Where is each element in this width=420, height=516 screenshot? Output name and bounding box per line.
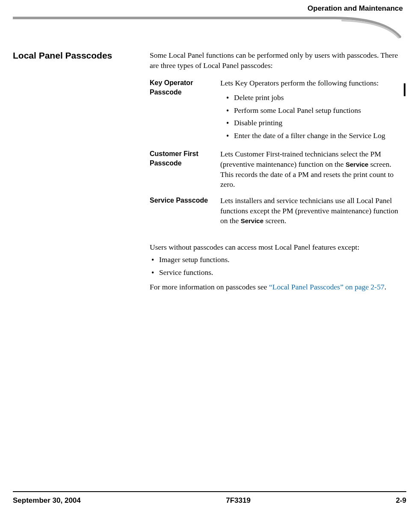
page-footer: September 30, 2004 7F3319 2-9 (13, 496, 406, 505)
more-info-paragraph: For more information on passcodes see “L… (150, 282, 403, 292)
more-info-after: . (385, 283, 386, 291)
definition-lead-text: Lets Key Operators perform the following… (220, 79, 379, 87)
section-heading: Local Panel Passcodes (13, 50, 137, 292)
definition-bullet-list: Delete print jobs Perform some Local Pan… (220, 93, 403, 141)
desc-bold-term: Service (241, 217, 263, 224)
footer-date: September 30, 2004 (13, 496, 81, 505)
except-intro: Users without passcodes can access most … (150, 242, 403, 253)
content-area: Local Panel Passcodes Some Local Panel f… (13, 50, 403, 292)
cross-reference-link[interactable]: “Local Panel Passcodes” on page 2-57 (269, 283, 385, 291)
intro-paragraph: Some Local Panel functions can be perfor… (150, 50, 403, 71)
definition-term: Key Operator Passcode (150, 78, 220, 149)
bullet-item: Disable printing (226, 118, 403, 128)
footer-rule (13, 491, 406, 492)
definition-term: Customer First Passcode (150, 149, 220, 196)
footer-doc-id: 7F3319 (226, 496, 251, 505)
bullet-item: Enter the date of a filter change in the… (226, 131, 403, 141)
definition-row: Key Operator Passcode Lets Key Operators… (150, 78, 403, 149)
header-swoosh-graphic (13, 16, 406, 42)
footer-page-number: 2-9 (396, 496, 406, 505)
change-bar-icon (404, 83, 405, 96)
bullet-item: Perform some Local Panel setup functions (226, 106, 403, 116)
bullet-item: Imager setup functions. (150, 255, 403, 265)
except-bullet-list: Imager setup functions. Service function… (150, 255, 403, 277)
more-info-before: For more information on passcodes see (150, 283, 269, 291)
definition-description: Lets installers and service technicians … (220, 196, 403, 232)
header-section-title: Operation and Maintenance (308, 4, 403, 13)
desc-bold-term: Service (346, 161, 368, 168)
main-column: Some Local Panel functions can be perfor… (150, 50, 403, 292)
bullet-item: Service functions. (150, 268, 403, 278)
definition-row: Service Passcode Lets installers and ser… (150, 196, 403, 232)
definition-description: Lets Customer First-trained technicians … (220, 149, 403, 196)
definition-description: Lets Key Operators perform the following… (220, 78, 403, 149)
desc-text-after: screen. (263, 216, 286, 225)
passcode-definitions-table: Key Operator Passcode Lets Key Operators… (150, 78, 403, 232)
bullet-item: Delete print jobs (226, 93, 403, 103)
definition-row: Customer First Passcode Lets Customer Fi… (150, 149, 403, 196)
definition-term: Service Passcode (150, 196, 220, 232)
